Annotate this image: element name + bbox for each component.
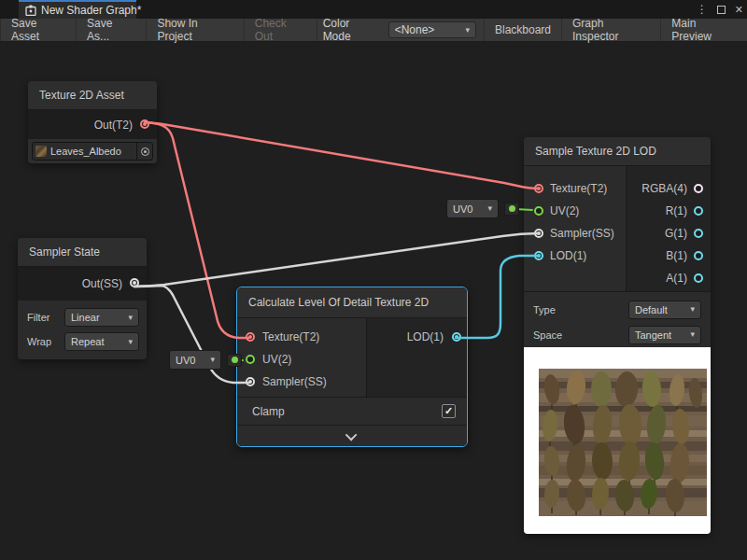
- type-value: Default: [635, 304, 668, 315]
- port-label-uv: UV(2): [262, 353, 291, 366]
- port-label-sampler: Sampler(SS): [550, 227, 614, 240]
- vector2-dot-icon: [232, 357, 238, 363]
- port-label-b: B(1): [666, 249, 687, 262]
- maximize-icon[interactable]: [717, 6, 726, 14]
- color-mode-dropdown[interactable]: <None> ▾: [388, 21, 476, 38]
- port-in-texture[interactable]: [246, 332, 255, 342]
- save-as-button[interactable]: Save As...: [77, 19, 147, 41]
- toolbar: Save Asset Save As... Show In Project Ch…: [0, 19, 747, 42]
- port-in-lod[interactable]: [534, 251, 543, 260]
- shader-graph-icon: [25, 5, 36, 16]
- node-calculate-lod-texture-2d[interactable]: Calculate Level Of Detail Texture 2D Tex…: [236, 287, 468, 447]
- port-label-texture: Texture(T2): [262, 330, 319, 343]
- blackboard-button[interactable]: Blackboard: [484, 19, 562, 41]
- port-out-ss[interactable]: [130, 278, 139, 287]
- chevron-down-icon: ▾: [128, 314, 133, 322]
- uv-port-chip: [227, 354, 242, 367]
- chevron-down-icon: ▾: [690, 305, 695, 314]
- uv-port-chip: [504, 203, 519, 216]
- uv-channel-dropdown[interactable]: UV0 ▾: [446, 199, 499, 218]
- node-title: Sample Texture 2D LOD: [524, 137, 711, 166]
- show-in-project-button[interactable]: Show In Project: [147, 19, 244, 41]
- clamp-checkbox[interactable]: ✓: [442, 404, 456, 418]
- port-label-out-t2: Out(T2): [94, 119, 133, 132]
- filter-value: Linear: [71, 312, 100, 323]
- node-expander-button[interactable]: [237, 425, 467, 446]
- space-dropdown[interactable]: Tangent ▾: [628, 326, 701, 344]
- port-in-texture[interactable]: [534, 184, 543, 193]
- object-picker-button[interactable]: [136, 143, 152, 160]
- uv-channel-value: UV0: [176, 355, 195, 366]
- port-out-t2[interactable]: [140, 119, 149, 129]
- texture-asset-name: Leaves_Albedo: [50, 146, 136, 157]
- check-out-button: Check Out: [245, 19, 317, 41]
- chevron-down-icon: [345, 428, 357, 441]
- texture-thumbnail-icon: [35, 146, 47, 157]
- shader-graph-window: Texture 2D Asset Out(T2) Leaves_Albedo S…: [0, 0, 747, 560]
- window-menu-icon[interactable]: ⋮: [697, 0, 708, 19]
- port-label-sampler: Sampler(SS): [262, 375, 327, 388]
- node-sample-texture-2d-lod[interactable]: Sample Texture 2D LOD Texture(T2) UV(2) …: [524, 137, 711, 534]
- clamp-label: Clamp: [252, 405, 285, 418]
- node-title: Sampler State: [18, 238, 147, 267]
- color-mode-label: Color Mode: [317, 19, 388, 41]
- port-label-lod: LOD(1): [550, 249, 586, 262]
- tab-bar: New Shader Graph* ⋮ ✕: [0, 0, 747, 19]
- port-out-lod[interactable]: [452, 332, 461, 342]
- port-label-out-ss: Out(SS): [82, 277, 122, 290]
- port-label-texture: Texture(T2): [550, 182, 607, 195]
- port-label-rgba: RGBA(4): [641, 182, 687, 195]
- port-in-uv[interactable]: [534, 206, 543, 216]
- port-in-sampler[interactable]: [246, 377, 255, 386]
- tab-new-shader-graph[interactable]: New Shader Graph*: [19, 0, 136, 19]
- space-value: Tangent: [635, 329, 671, 341]
- port-in-sampler[interactable]: [534, 229, 543, 238]
- node-title: Calculate Level Of Detail Texture 2D: [237, 287, 467, 318]
- color-mode-value: <None>: [395, 23, 435, 36]
- wrap-label: Wrap: [27, 336, 64, 347]
- chevron-down-icon: ▾: [690, 330, 695, 339]
- wire-sampler-to-sample[interactable]: [134, 233, 539, 287]
- main-preview-button[interactable]: Main Preview: [661, 19, 747, 41]
- node-title: Texture 2D Asset: [28, 81, 157, 110]
- wire-texture-to-calculate[interactable]: [145, 122, 249, 338]
- type-label: Type: [533, 304, 628, 315]
- chevron-down-icon: ▾: [128, 338, 133, 346]
- chevron-down-icon: ▾: [487, 204, 492, 213]
- object-picker-icon: [141, 147, 149, 156]
- port-label-uv: UV(2): [550, 204, 579, 217]
- port-out-a[interactable]: [694, 273, 703, 283]
- type-dropdown[interactable]: Default ▾: [628, 301, 701, 319]
- node-preview-image: [524, 347, 711, 534]
- graph-inspector-button[interactable]: Graph Inspector: [562, 19, 661, 41]
- uv-channel-value: UV0: [453, 203, 472, 215]
- chevron-down-icon: ▾: [465, 26, 470, 35]
- wrap-dropdown[interactable]: Repeat ▾: [64, 332, 139, 351]
- node-texture-2d-asset[interactable]: Texture 2D Asset Out(T2) Leaves_Albedo: [28, 81, 157, 163]
- uv-channel-dropdown[interactable]: UV0 ▾: [169, 350, 221, 370]
- uv-channel-widget-sample: UV0 ▾: [446, 199, 519, 218]
- save-asset-button[interactable]: Save Asset: [0, 19, 77, 41]
- port-in-uv[interactable]: [246, 355, 255, 364]
- port-out-g[interactable]: [694, 229, 703, 238]
- port-out-b[interactable]: [694, 251, 703, 260]
- port-label-a: A(1): [666, 272, 687, 285]
- space-label: Space: [533, 329, 628, 341]
- node-sampler-state[interactable]: Sampler State Out(SS) Filter Linear ▾ Wr…: [18, 238, 147, 359]
- port-out-r[interactable]: [694, 206, 703, 216]
- wire-texture-to-sample[interactable]: [145, 122, 539, 189]
- close-icon[interactable]: ✕: [735, 4, 743, 16]
- texture-object-field[interactable]: Leaves_Albedo: [32, 142, 153, 161]
- port-out-rgba[interactable]: [694, 184, 703, 193]
- tab-title: New Shader Graph*: [41, 4, 141, 17]
- chevron-down-icon: ▾: [210, 356, 215, 364]
- uv-channel-widget-calculate: UV0 ▾: [169, 350, 242, 370]
- port-label-g: G(1): [665, 227, 687, 240]
- filter-label: Filter: [27, 312, 64, 323]
- port-label-r: R(1): [666, 204, 687, 217]
- wrap-value: Repeat: [71, 336, 104, 347]
- filter-dropdown[interactable]: Linear ▾: [64, 308, 139, 327]
- port-label-lod-out: LOD(1): [407, 330, 444, 343]
- vector2-dot-icon: [509, 205, 515, 212]
